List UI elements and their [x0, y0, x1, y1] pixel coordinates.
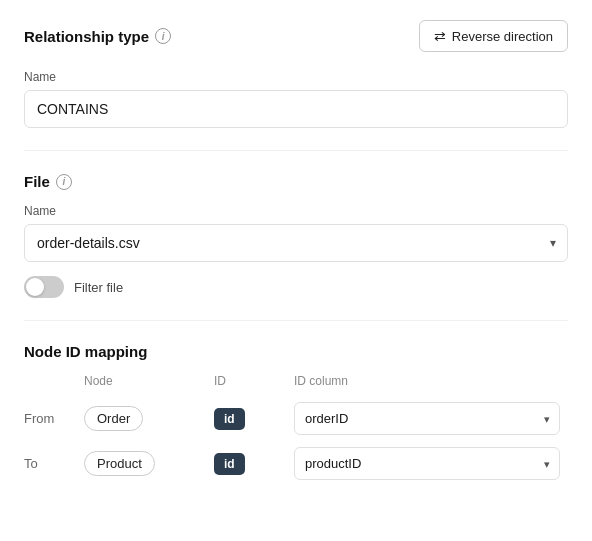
table-row: To Product id productID id	[24, 441, 568, 486]
row-id-badge-product: id	[214, 441, 294, 486]
file-section-header: File i	[24, 173, 568, 190]
node-tag-product: Product	[84, 451, 155, 476]
file-info-icon[interactable]: i	[56, 174, 72, 190]
file-section: File i Name order-details.csv products.c…	[24, 173, 568, 298]
reverse-direction-button[interactable]: ⇄ Reverse direction	[419, 20, 568, 52]
reverse-direction-label: Reverse direction	[452, 29, 553, 44]
id-badge-product: id	[214, 453, 245, 475]
mapping-table-header-row: Node ID ID column	[24, 374, 568, 396]
row-direction-to: To	[24, 441, 84, 486]
filter-file-label: Filter file	[74, 280, 123, 295]
filter-file-row: Filter file	[24, 276, 568, 298]
file-select-wrapper: order-details.csv products.csv orders.cs…	[24, 224, 568, 262]
row-id-badge-order: id	[214, 396, 294, 441]
row-direction-from: From	[24, 396, 84, 441]
mapping-col-id-header: ID	[214, 374, 294, 396]
file-section-title: File	[24, 173, 50, 190]
relationship-name-label: Name	[24, 70, 568, 84]
row-id-column-product: productID id productId ▾	[294, 441, 568, 486]
row-id-column-order: orderID id orderId ▾	[294, 396, 568, 441]
table-row: From Order id orderID id	[24, 396, 568, 441]
relationship-name-input[interactable]	[24, 90, 568, 128]
file-name-label: Name	[24, 204, 568, 218]
order-id-column-select-wrapper: orderID id orderId ▾	[294, 402, 560, 435]
divider-2	[24, 320, 568, 321]
divider-1	[24, 150, 568, 151]
mapping-section-title: Node ID mapping	[24, 343, 568, 360]
mapping-col-node-header: Node	[84, 374, 214, 396]
node-tag-order-label: Order	[97, 411, 130, 426]
relationship-type-label-group: Relationship type i	[24, 28, 171, 45]
reverse-icon: ⇄	[434, 28, 446, 44]
node-id-mapping-section: Node ID mapping Node ID ID column From O…	[24, 343, 568, 486]
mapping-col-direction	[24, 374, 84, 396]
node-tag-order: Order	[84, 406, 143, 431]
relationship-type-title: Relationship type	[24, 28, 149, 45]
filter-file-toggle[interactable]	[24, 276, 64, 298]
id-badge-order: id	[214, 408, 245, 430]
product-id-column-select-wrapper: productID id productId ▾	[294, 447, 560, 480]
mapping-table: Node ID ID column From Order id	[24, 374, 568, 486]
node-tag-product-label: Product	[97, 456, 142, 471]
relationship-type-info-icon[interactable]: i	[155, 28, 171, 44]
toggle-knob	[26, 278, 44, 296]
file-select[interactable]: order-details.csv products.csv orders.cs…	[24, 224, 568, 262]
order-id-column-select[interactable]: orderID id orderId	[294, 402, 560, 435]
row-node-order: Order	[84, 396, 214, 441]
product-id-column-select[interactable]: productID id productId	[294, 447, 560, 480]
relationship-name-field: Name	[24, 70, 568, 128]
relationship-type-section: Relationship type i ⇄ Reverse direction	[24, 20, 568, 52]
row-node-product: Product	[84, 441, 214, 486]
mapping-col-idcolumn-header: ID column	[294, 374, 568, 396]
